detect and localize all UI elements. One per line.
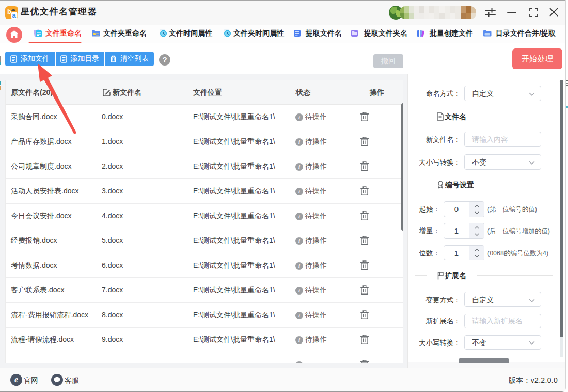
svg-text:b: b bbox=[7, 8, 11, 15]
svg-text:a: a bbox=[12, 11, 17, 19]
